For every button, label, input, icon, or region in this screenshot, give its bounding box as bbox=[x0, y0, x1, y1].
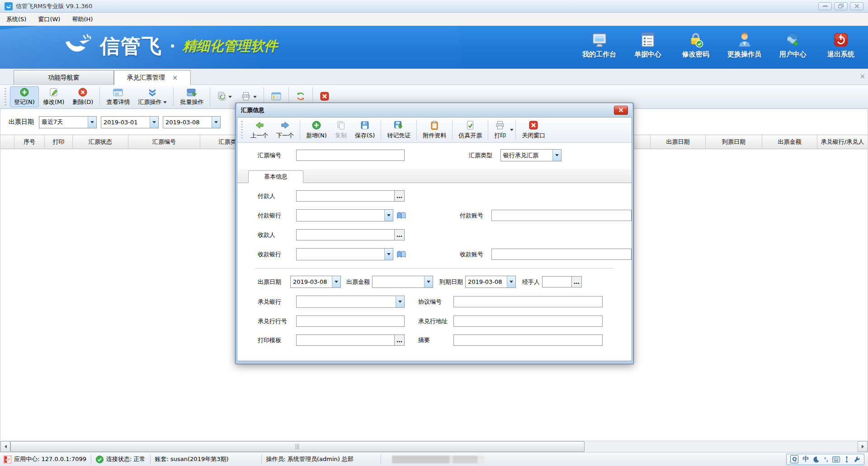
ime-halfwidth-moon-icon[interactable] bbox=[813, 456, 820, 463]
accept-bank-combo[interactable] bbox=[296, 296, 405, 308]
attachments-button[interactable]: 附件资料 bbox=[419, 119, 450, 141]
app-banner: 信管飞 · 精细化管理软件 我的工作台 bbox=[0, 26, 868, 69]
bill-operations-button[interactable]: 汇票操作 bbox=[134, 86, 171, 107]
amount-combo[interactable] bbox=[372, 276, 433, 288]
ime-logo-icon[interactable]: Q bbox=[790, 455, 798, 463]
date-preset-dropdown-icon[interactable] bbox=[88, 117, 96, 128]
simulate-invoice-button[interactable]: 仿真开票 bbox=[454, 119, 486, 141]
payee-lookup-button[interactable]: … bbox=[394, 230, 404, 240]
grid-header-status[interactable]: 汇票状态 bbox=[73, 135, 128, 149]
tab-function-nav[interactable]: 功能导航窗 bbox=[14, 70, 114, 85]
document-center-button[interactable]: 单据中心 bbox=[632, 31, 664, 59]
batch-operations-button[interactable]: 批量操作 bbox=[176, 86, 208, 107]
dialog-print-caret-icon[interactable] bbox=[510, 129, 514, 131]
ime-keyboard-icon[interactable] bbox=[832, 457, 840, 462]
handler-input[interactable] bbox=[542, 277, 571, 287]
date-from-dropdown-icon[interactable] bbox=[150, 117, 158, 128]
delete-button[interactable]: 删除(D) bbox=[68, 86, 97, 107]
scroll-right-arrow-icon[interactable] bbox=[858, 441, 868, 452]
ime-language-mode[interactable]: 中 bbox=[802, 455, 809, 463]
user-center-button[interactable]: 用户中心 bbox=[777, 31, 809, 59]
grid-header-arrive-date[interactable]: 到票日期 bbox=[706, 135, 762, 149]
menu-system[interactable]: 系统(S) bbox=[6, 15, 26, 24]
previous-record-button[interactable]: 上一个 bbox=[246, 119, 272, 141]
ime-split-arrows-icon[interactable] bbox=[844, 456, 849, 463]
bill-type-combo[interactable]: 银行承兑汇票 bbox=[500, 149, 561, 161]
handler-lookup-button[interactable]: … bbox=[571, 277, 581, 287]
payer-lookup-button[interactable]: … bbox=[394, 191, 404, 201]
ime-punctuation-icon[interactable]: °, bbox=[824, 457, 828, 462]
dialog-tabstrip: 基本信息 bbox=[237, 169, 632, 183]
change-password-button[interactable]: 修改密码 bbox=[679, 31, 712, 59]
grid-header-print[interactable]: 打印 bbox=[45, 135, 73, 149]
workbench-button[interactable]: 我的工作台 bbox=[582, 31, 616, 59]
grid-header-bill-no[interactable]: 汇票编号 bbox=[128, 135, 200, 149]
payer-bank-combo[interactable] bbox=[296, 209, 393, 221]
tab-close-icon[interactable]: × bbox=[172, 75, 178, 81]
close-window-button[interactable]: 关闭窗口 bbox=[518, 119, 549, 141]
date-to-combo[interactable]: 2019-03-08 bbox=[163, 116, 221, 128]
scrollbar-thumb[interactable] bbox=[10, 441, 585, 452]
date-preset-value: 最近7天 bbox=[39, 117, 88, 128]
app-center-status: 应用中心: 127.0.0.1:7099 bbox=[4, 455, 86, 463]
tab-basic-info[interactable]: 基本信息 bbox=[248, 170, 303, 183]
amount-dropdown-icon[interactable] bbox=[424, 276, 433, 287]
register-button[interactable]: 登记(N) bbox=[10, 86, 39, 107]
add-new-button[interactable]: 新增(N) bbox=[302, 119, 331, 141]
next-record-button[interactable]: 下一个 bbox=[272, 119, 298, 141]
payer-account-label: 付款账号 bbox=[460, 212, 491, 220]
bill-type-dropdown-icon[interactable] bbox=[552, 150, 561, 161]
bill-no-input[interactable] bbox=[297, 150, 404, 160]
menu-help[interactable]: 帮助(H) bbox=[72, 15, 93, 24]
payee-input[interactable] bbox=[297, 230, 394, 240]
menu-window[interactable]: 窗口(W) bbox=[38, 15, 60, 24]
summary-input[interactable] bbox=[454, 335, 602, 345]
issue-date-dropdown-icon[interactable] bbox=[332, 276, 340, 287]
exit-system-button[interactable]: 退出系统 bbox=[825, 31, 857, 59]
grid-header-amount[interactable]: 出票金额 bbox=[762, 135, 817, 149]
post-voucher-button[interactable]: 转记凭证 bbox=[383, 119, 415, 141]
date-to-dropdown-icon[interactable] bbox=[212, 117, 220, 128]
modify-button[interactable]: 修改(M) bbox=[39, 86, 68, 107]
payer-bank-dropdown-icon[interactable] bbox=[384, 210, 393, 221]
tab-bill-management[interactable]: 承兑汇票管理 × bbox=[114, 70, 191, 85]
payee-bank-book-icon[interactable] bbox=[396, 250, 406, 259]
payer-account-input[interactable] bbox=[492, 210, 631, 221]
close-button[interactable] bbox=[850, 2, 863, 10]
grid-header-seq[interactable]: 序号 bbox=[14, 135, 45, 149]
due-date-combo[interactable]: 2019-03-08 bbox=[465, 276, 516, 288]
save-button[interactable]: 保存(S) bbox=[351, 119, 379, 141]
issue-date-combo[interactable]: 2019-03-08 bbox=[290, 276, 341, 288]
restore-button[interactable] bbox=[834, 2, 848, 10]
status-separator bbox=[91, 455, 91, 464]
date-from-combo[interactable]: 2019-03-01 bbox=[101, 116, 159, 128]
payer-input[interactable] bbox=[297, 191, 394, 201]
accept-bank-dropdown-icon[interactable] bbox=[396, 296, 404, 307]
accept-bank-addr-input-wrap bbox=[453, 315, 603, 327]
grid-header-issue-date[interactable]: 出票日期 bbox=[651, 135, 706, 149]
dialog-titlebar[interactable]: 汇票信息 bbox=[237, 103, 632, 117]
ime-settings-wrench-icon[interactable] bbox=[854, 456, 860, 463]
agreement-no-input[interactable] bbox=[454, 297, 602, 307]
view-detail-button[interactable]: 查看详情 bbox=[102, 86, 134, 107]
payer-bank-book-icon[interactable] bbox=[396, 211, 406, 220]
due-date-label: 到期日期 bbox=[439, 278, 463, 286]
tab-bar-close-icon[interactable]: × bbox=[859, 72, 865, 80]
minimize-button[interactable] bbox=[818, 2, 832, 10]
export-button[interactable] bbox=[212, 86, 236, 107]
dialog-close-button[interactable] bbox=[614, 106, 628, 115]
payee-account-input[interactable] bbox=[492, 249, 631, 259]
accept-bank-addr-input[interactable] bbox=[454, 316, 602, 326]
print-template-input[interactable] bbox=[297, 335, 394, 345]
payee-bank-dropdown-icon[interactable] bbox=[384, 249, 393, 260]
print-template-lookup-button[interactable]: … bbox=[394, 335, 404, 345]
payee-bank-combo[interactable] bbox=[296, 248, 393, 260]
dialog-print-button[interactable]: 打印 bbox=[490, 119, 510, 141]
scroll-left-arrow-icon[interactable] bbox=[0, 441, 10, 452]
grid-header-accept-bank[interactable]: 承兑银行/承兑人 bbox=[817, 135, 868, 149]
due-date-dropdown-icon[interactable] bbox=[507, 276, 515, 287]
accept-bank-no-input[interactable] bbox=[297, 316, 404, 326]
date-preset-combo[interactable]: 最近7天 bbox=[39, 116, 97, 128]
scrollbar-track[interactable] bbox=[10, 441, 858, 452]
switch-operator-button[interactable]: 更换操作员 bbox=[727, 31, 761, 59]
